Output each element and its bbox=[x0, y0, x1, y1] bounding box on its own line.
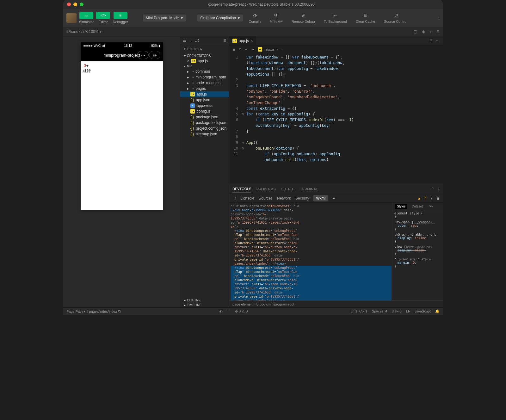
mode-dropdown[interactable]: Mini Program Mode▾ bbox=[143, 15, 186, 22]
element-path[interactable]: page element.h5-body.miniprogram-root bbox=[229, 300, 443, 307]
sources-subtab[interactable]: Sources bbox=[259, 196, 273, 201]
chevron-right-icon: ▸ bbox=[184, 303, 186, 307]
search-icon[interactable]: ⌕ bbox=[189, 38, 192, 43]
editor-tabs: JS app.js × ⊞ ⋯ bbox=[229, 36, 443, 46]
wxml-subtab[interactable]: Wxml bbox=[313, 195, 328, 201]
bookmark-icon: ▽ bbox=[239, 47, 241, 52]
to-background-button[interactable]: ⇤ To Background bbox=[321, 13, 350, 23]
language[interactable]: JavaScript bbox=[415, 309, 431, 313]
styles-list[interactable]: element.style {}.h5-span { ./common/…col… bbox=[393, 210, 443, 300]
open-editors-section[interactable]: ▾OPEN EDITORS bbox=[180, 53, 229, 58]
folder-icon: ▪ bbox=[192, 69, 194, 74]
indentation[interactable]: Spaces: 4 bbox=[372, 309, 387, 313]
maximize-window-button[interactable] bbox=[80, 3, 83, 6]
collapse-icon[interactable]: ⊟ bbox=[223, 38, 226, 43]
more-icon[interactable]: ⋯ bbox=[227, 309, 231, 313]
dataset-tab[interactable]: Dataset bbox=[410, 204, 424, 209]
compilation-dropdown[interactable]: Ordinary Compilation▾ bbox=[197, 15, 243, 22]
phone-content[interactable]: -3+ 跳转 bbox=[81, 61, 163, 210]
copy-icon[interactable]: ⧉ bbox=[118, 309, 121, 313]
styles-tab[interactable]: Styles bbox=[395, 204, 407, 209]
eol[interactable]: LF bbox=[406, 309, 410, 313]
terminal-tab[interactable]: TERMINAL bbox=[300, 185, 318, 193]
editor-panel: JS app.js × ⊞ ⋯ ☰ ▽ ← → JS app.js > ... … bbox=[229, 36, 443, 307]
folder-item[interactable]: ▸▪miniprogram_npm bbox=[180, 74, 229, 80]
file-item[interactable]: JSapp.js bbox=[180, 91, 229, 97]
preview-button[interactable]: 👁 Preview bbox=[267, 13, 286, 23]
compile-button[interactable]: ⟳ Compile bbox=[245, 13, 264, 23]
dock-icon[interactable]: ⊞ bbox=[436, 196, 440, 201]
close-window-button[interactable] bbox=[67, 3, 71, 6]
remote-debug-button[interactable]: ⋇ Remote Debug bbox=[288, 13, 318, 23]
status-bar: Page Path ▾ | pages/index/index ⧉ 👁 ⋯ ⊘ … bbox=[63, 307, 443, 315]
folder-item[interactable]: ▸▪common bbox=[180, 69, 229, 74]
bell-icon[interactable]: 🔔 bbox=[435, 309, 440, 313]
page-path-label[interactable]: Page Path bbox=[66, 310, 83, 313]
console-subtab[interactable]: Console bbox=[240, 196, 254, 201]
cursor-position[interactable]: Ln 1, Col 1 bbox=[350, 309, 367, 313]
branch-icon[interactable]: ⎇ bbox=[195, 38, 199, 43]
more-icon[interactable]: » bbox=[437, 16, 440, 20]
chevron-up-icon[interactable]: ⌃ bbox=[431, 187, 434, 191]
inspect-icon[interactable]: ⬚ bbox=[232, 196, 236, 201]
open-editor-item[interactable]: × JS app.js bbox=[180, 58, 229, 64]
file-item[interactable]: { }app.json bbox=[180, 97, 229, 103]
eye-icon[interactable]: 👁 bbox=[219, 310, 223, 313]
chevron-right-icon: ▸ bbox=[186, 70, 190, 74]
close-icon[interactable]: × bbox=[251, 39, 253, 43]
file-item[interactable]: #app.wxss bbox=[180, 103, 229, 108]
kebab-icon[interactable]: ⋮ bbox=[429, 196, 433, 201]
outline-section[interactable]: ▸OUTLINE bbox=[180, 298, 229, 303]
bug-icon: ⋇ bbox=[301, 13, 305, 19]
capsule-menu-icon[interactable]: ⋯ bbox=[137, 51, 149, 59]
file-item[interactable]: { }package-lock.json bbox=[180, 120, 229, 126]
network-subtab[interactable]: Network bbox=[277, 196, 291, 201]
folder-item[interactable]: ▸▪pages bbox=[180, 86, 229, 91]
split-editor-icon[interactable]: ⊞ bbox=[429, 39, 433, 43]
source-control-button[interactable]: ⎇ Source Control bbox=[381, 13, 410, 23]
file-item[interactable]: { }project.config.json bbox=[180, 126, 229, 131]
file-item[interactable]: JSconfig.js bbox=[180, 108, 229, 114]
close-icon[interactable]: × bbox=[187, 59, 189, 63]
file-item[interactable]: { }sitemap.json bbox=[180, 131, 229, 137]
minimize-window-button[interactable] bbox=[73, 3, 77, 6]
record-icon[interactable]: ◉ bbox=[422, 29, 425, 34]
rotate-icon[interactable]: ▢ bbox=[414, 29, 417, 34]
editor-tab[interactable]: JS app.js × bbox=[229, 36, 256, 45]
folder-icon: ▪ bbox=[192, 86, 194, 91]
breadcrumb[interactable]: ☰ ▽ ← → JS app.js > ... bbox=[229, 46, 443, 53]
close-icon[interactable]: × bbox=[437, 187, 440, 191]
chevron-down-icon: ▾ bbox=[184, 54, 186, 58]
list-icon[interactable]: ☰ bbox=[183, 38, 186, 43]
folder-item[interactable]: ▸▪node_modules bbox=[180, 80, 229, 86]
mute-icon[interactable]: ◁ bbox=[429, 29, 432, 34]
more-icon[interactable]: » bbox=[332, 196, 335, 201]
more-tab[interactable]: >> bbox=[427, 204, 435, 209]
workspace-root[interactable]: ▾MP bbox=[180, 64, 229, 69]
errors-badge[interactable]: ⊘ 0 ⚠ 0 bbox=[235, 309, 248, 313]
encoding[interactable]: UTF-8 bbox=[392, 309, 402, 313]
simulator-toggle[interactable]: ▭ Simulator bbox=[79, 12, 94, 24]
simulator-icon: ▭ bbox=[79, 12, 93, 19]
problems-tab[interactable]: PROBLEMS bbox=[256, 185, 276, 193]
devtools-subtabs: ⬚ Console Sources Network Security Wxml … bbox=[229, 194, 443, 203]
wxml-inspector[interactable]: e" bindtouchstart="onTouchStart" cla5-di… bbox=[229, 203, 393, 300]
security-subtab[interactable]: Security bbox=[295, 196, 309, 201]
eye-icon: 👁 bbox=[274, 13, 279, 18]
branch-icon: ⎇ bbox=[393, 13, 398, 19]
debugger-toggle[interactable]: ≡ Debugger bbox=[113, 12, 128, 24]
clear-cache-button[interactable]: ≋ Clear Cache bbox=[353, 13, 378, 23]
code-editor[interactable]: 1var fakeWindow = {};var fakeDocument = … bbox=[229, 53, 443, 184]
split-icon[interactable]: ⊞ bbox=[436, 29, 440, 34]
device-selector[interactable]: iPhone 6/7/8 100% bbox=[66, 29, 98, 34]
editor-toggle[interactable]: </> Editor bbox=[96, 12, 110, 24]
file-item[interactable]: { }package.json bbox=[180, 114, 229, 120]
page-path[interactable]: pages/index/index bbox=[89, 310, 117, 313]
chevron-right-icon: ▸ bbox=[186, 81, 190, 85]
avatar[interactable] bbox=[66, 13, 77, 23]
more-icon[interactable]: ⋯ bbox=[436, 39, 440, 43]
devtools-tab[interactable]: DEVTOOLS bbox=[232, 185, 251, 193]
capsule-close-icon[interactable]: ◎ bbox=[149, 51, 160, 59]
output-tab[interactable]: OUTPUT bbox=[281, 185, 295, 193]
timeline-section[interactable]: ▸TIMELINE bbox=[180, 303, 229, 307]
